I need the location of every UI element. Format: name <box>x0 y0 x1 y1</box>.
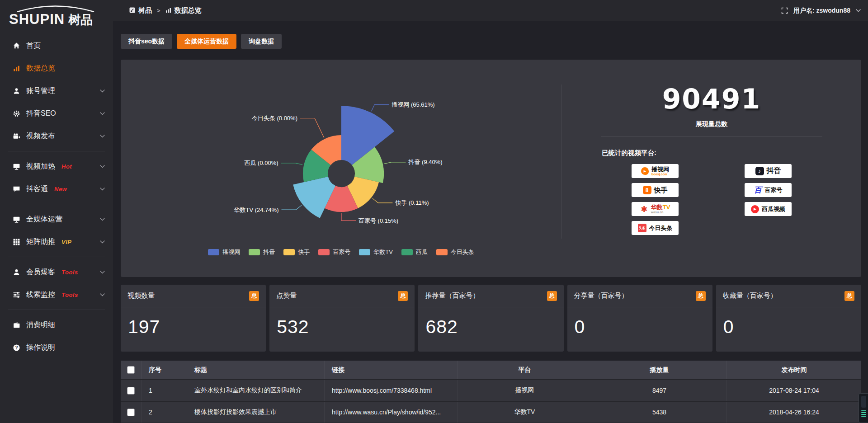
cell-index: 2 <box>142 402 187 423</box>
legend-label: 西瓜 <box>416 248 428 256</box>
platform-name: 华数TV <box>651 204 670 211</box>
username[interactable]: 用户名: zswodun88 <box>793 7 850 15</box>
table-column-header: 播放量 <box>592 361 727 379</box>
pie-label-5: 西瓜 (0.00%) <box>244 160 278 166</box>
sidebar-item-member-burst[interactable]: 会员爆客Tools <box>0 261 113 283</box>
sidebar-item-home[interactable]: 首页 <box>0 34 113 57</box>
xigua-logo: ▶ <box>751 205 759 213</box>
floating-side-widget[interactable] <box>859 393 868 423</box>
legend-item-6[interactable]: 今日头条 <box>436 248 474 256</box>
legend-swatch <box>208 249 219 255</box>
breadcrumb-current[interactable]: 数据总览 <box>165 6 202 15</box>
breadcrumb-home[interactable]: 树品 <box>129 6 152 15</box>
legend-item-2[interactable]: 快手 <box>283 248 310 256</box>
pie-label-line-0 <box>371 105 389 112</box>
legend-swatch <box>401 249 413 255</box>
cell-link[interactable]: http://www.boosj.com/7338468.html <box>325 380 458 401</box>
chevron-down-icon <box>100 112 105 115</box>
floating-widget-bar <box>861 416 866 417</box>
cell-link[interactable]: http://www.wasu.cn/Play/show/id/952... <box>325 402 458 423</box>
user-area: 用户名: zswodun88 <box>781 7 861 15</box>
sidebar-item-label: 线索监控 <box>26 290 55 300</box>
rose-pie-chart: 播视网 (65.61%)抖音 (9.40%)快手 (0.11%)百家号 (0.1… <box>121 60 561 277</box>
sidebar: SHUPIN 树品 首页数据总览账号管理抖音SEO视频发布视频加热Hot抖客通N… <box>0 0 113 423</box>
stat-card-title: 推荐量（百家号） <box>425 291 479 300</box>
chart-legend: 播视网抖音快手百家号华数TV西瓜今日头条 <box>121 248 561 256</box>
total-badge: 总 <box>249 291 259 301</box>
sidebar-item-help[interactable]: ?操作说明 <box>0 336 113 359</box>
platform-badge-text: 华数TVwasu.cn <box>651 204 670 214</box>
cell-title[interactable]: 楼体投影灯投影效果震撼上市 <box>187 402 325 423</box>
legend-swatch <box>318 249 330 255</box>
doc-icon <box>129 7 135 14</box>
row-checkbox-cell <box>121 402 142 423</box>
tab-inquiry-data[interactable]: 询盘数据 <box>241 34 282 49</box>
summary-divider <box>601 136 822 137</box>
chat-icon <box>13 185 20 193</box>
sidebar-item-label: 数据总览 <box>26 64 55 73</box>
row-checkbox[interactable] <box>127 387 135 395</box>
table-column-header: 发布时间 <box>727 361 861 379</box>
sidebar-item-label: 抖音SEO <box>26 109 56 118</box>
pie-label-1: 抖音 (9.40%) <box>408 159 443 165</box>
chevron-down-icon <box>100 165 105 168</box>
sidebar-item-tag: New <box>54 186 67 193</box>
platform-name: 抖音 <box>767 167 781 175</box>
sidebar-item-account-manage[interactable]: 账号管理 <box>0 80 113 102</box>
sidebar-item-matrix-boost[interactable]: 矩阵助推VIP <box>0 230 113 253</box>
platform-badge-column-2: ♪抖音百百家号▶西瓜视频 <box>745 164 792 235</box>
stat-card-title: 视频数量 <box>127 291 155 300</box>
legend-item-5[interactable]: 西瓜 <box>401 248 428 256</box>
sidebar-item-label: 操作说明 <box>26 343 55 352</box>
platform-badge-text: 抖音 <box>767 167 781 175</box>
sidebar-item-label: 首页 <box>26 41 41 51</box>
home-icon <box>13 42 20 50</box>
wallet-icon <box>13 321 20 329</box>
sidebar-item-video-heat[interactable]: 视频加热Hot <box>0 155 113 178</box>
total-badge: 总 <box>844 291 854 301</box>
sidebar-item-tag: Tools <box>61 269 78 276</box>
stat-card-0: 视频数量总197 <box>121 285 266 352</box>
legend-item-0[interactable]: 播视网 <box>208 248 240 256</box>
cell-title[interactable]: 室外水纹灯和室内水纹灯的区别和简介 <box>187 380 325 401</box>
gear-icon <box>13 110 20 118</box>
sidebar-item-douyin-seo[interactable]: 抖音SEO <box>0 102 113 125</box>
overview-panel: 播视网 (65.61%)抖音 (9.40%)快手 (0.11%)百家号 (0.1… <box>121 60 861 277</box>
sidebar-item-tag: VIP <box>61 239 71 245</box>
stat-card-3: 分享量（百家号）总0 <box>567 285 712 352</box>
tab-media-ops-data[interactable]: 全媒体运营数据 <box>177 34 236 49</box>
platform-badge-baijiahao: 百百家号 <box>745 183 792 197</box>
sidebar-item-label: 视频加热 <box>26 162 55 171</box>
platform-badge-text: 播视网boosj.com <box>651 166 669 176</box>
tab-douyin-seo-data[interactable]: 抖音seo数据 <box>121 34 172 49</box>
legend-item-3[interactable]: 百家号 <box>318 248 350 256</box>
platform-badge-column-1: ▶播视网boosj.com8快手✱华数TVwasu.cn头条今日头条 <box>632 164 679 235</box>
sidebar-item-consume-detail[interactable]: 消费明细 <box>0 314 113 336</box>
sidebar-item-douketong[interactable]: 抖客通New <box>0 178 113 200</box>
stat-card-header: 视频数量总 <box>121 285 266 307</box>
sidebar-item-clue-monitor[interactable]: 线索监控Tools <box>0 283 113 306</box>
fullscreen-icon[interactable] <box>781 7 788 14</box>
table-header: 序号标题链接平台播放量发布时间 <box>121 361 861 379</box>
chevron-down-icon <box>100 293 105 296</box>
sidebar-item-media-ops[interactable]: 全媒体运营 <box>0 208 113 230</box>
platform-badge-text: 今日头条 <box>649 225 673 231</box>
toutiao-logo: 头条 <box>638 224 646 232</box>
legend-item-4[interactable]: 华数TV <box>359 248 393 256</box>
pie-label-line-5 <box>281 163 303 165</box>
pie-label-4: 华数TV (24.74%) <box>234 207 279 213</box>
monitor-icon <box>13 216 20 223</box>
legend-item-1[interactable]: 抖音 <box>249 248 275 256</box>
platform-badge-boosj: ▶播视网boosj.com <box>632 164 679 178</box>
platform-badge-wasu: ✱华数TVwasu.cn <box>632 202 679 216</box>
sidebar-item-data-overview[interactable]: 数据总览 <box>0 57 113 80</box>
sidebar-item-video-publish[interactable]: 视频发布 <box>0 125 113 147</box>
pie-slice-4[interactable] <box>293 177 335 218</box>
row-checkbox[interactable] <box>127 409 135 416</box>
legend-label: 快手 <box>298 248 310 256</box>
chevron-down-icon <box>100 271 105 274</box>
select-all-checkbox[interactable] <box>127 366 135 374</box>
sidebar-item-label: 消费明细 <box>26 320 55 330</box>
sidebar-divider <box>8 310 105 310</box>
cell-index: 1 <box>142 380 187 401</box>
